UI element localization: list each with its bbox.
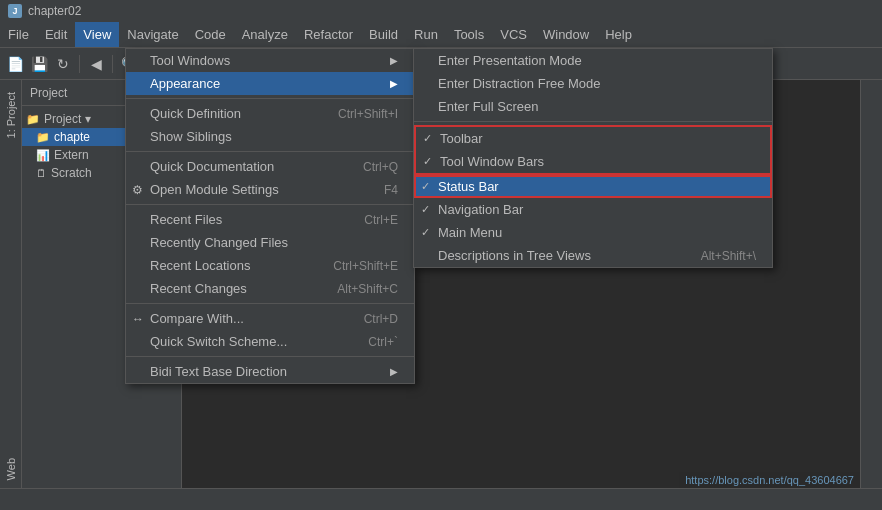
menu-window[interactable]: Window (535, 22, 597, 47)
bidi-text-arrow: ▶ (390, 366, 398, 377)
tree-label-scratch: Scratch (51, 166, 92, 180)
status-bar-check: ✓ (421, 180, 430, 193)
quick-def-shortcut: Ctrl+Shift+I (338, 107, 398, 121)
menu-item-recent-locations[interactable]: Recent Locations Ctrl+Shift+E (126, 254, 414, 277)
recent-changes-label: Recent Changes (150, 281, 247, 296)
tool-windows-label: Tool Windows (150, 53, 230, 68)
menu-item-quick-switch[interactable]: Quick Switch Scheme... Ctrl+` (126, 330, 414, 353)
tree-label-externa: Extern (54, 148, 89, 162)
menu-build[interactable]: Build (361, 22, 406, 47)
toolbar-new[interactable]: 📄 (4, 53, 26, 75)
menu-code[interactable]: Code (187, 22, 234, 47)
appearance-label: Appearance (150, 76, 220, 91)
recent-locations-label: Recent Locations (150, 258, 250, 273)
full-screen-label: Enter Full Screen (438, 99, 538, 114)
menu-item-full-screen[interactable]: Enter Full Screen (414, 95, 772, 118)
status-bar-label: Status Bar (438, 179, 499, 194)
menu-item-status-bar[interactable]: ✓ Status Bar (414, 175, 772, 198)
menu-navigate[interactable]: Navigate (119, 22, 186, 47)
menu-help[interactable]: Help (597, 22, 640, 47)
project-header-label: Project (30, 86, 67, 100)
right-sidebar (860, 80, 882, 488)
recent-files-shortcut: Ctrl+E (364, 213, 398, 227)
appearance-arrow: ▶ (390, 78, 398, 89)
nav-bar-label: Navigation Bar (438, 202, 523, 217)
bidi-text-label: Bidi Text Base Direction (150, 364, 287, 379)
title-bar: J chapter02 (0, 0, 882, 22)
quick-doc-label: Quick Documentation (150, 159, 274, 174)
toolbar-refresh[interactable]: ↻ (52, 53, 74, 75)
menu-run[interactable]: Run (406, 22, 446, 47)
recent-changes-shortcut: Alt+Shift+C (337, 282, 398, 296)
title-text: chapter02 (28, 4, 81, 18)
quick-def-label: Quick Definition (150, 106, 241, 121)
tree-views-shortcut: Alt+Shift+\ (701, 249, 756, 263)
menu-item-recent-files[interactable]: Recent Files Ctrl+E (126, 208, 414, 231)
tree-label-chapter: chapte (54, 130, 90, 144)
main-menu-check: ✓ (421, 226, 430, 239)
app-icon: J (8, 4, 22, 18)
compare-shortcut: Ctrl+D (364, 312, 398, 326)
menu-edit[interactable]: Edit (37, 22, 75, 47)
appearance-submenu: Enter Presentation Mode Enter Distractio… (413, 48, 773, 268)
menu-item-tool-window-bars[interactable]: ✓ Tool Window Bars (416, 150, 770, 173)
menu-item-main-menu[interactable]: ✓ Main Menu (414, 221, 772, 244)
file-icon-scratch: 🗒 (36, 167, 47, 179)
toolbar-group-outline: ✓ Toolbar ✓ Tool Window Bars (414, 125, 772, 175)
menu-item-toolbar[interactable]: ✓ Toolbar (416, 127, 770, 150)
view-menu-sep2 (126, 151, 414, 152)
view-menu-sep1 (126, 98, 414, 99)
toolbar-check: ✓ (423, 132, 432, 145)
sidebar-tab-web[interactable]: Web (2, 450, 20, 488)
main-menu-label: Main Menu (438, 225, 502, 240)
quick-switch-shortcut: Ctrl+` (368, 335, 398, 349)
menu-item-show-siblings[interactable]: Show Siblings (126, 125, 414, 148)
toolbar-back[interactable]: ◀ (85, 53, 107, 75)
menu-item-quick-def[interactable]: Quick Definition Ctrl+Shift+I (126, 102, 414, 125)
menu-vcs[interactable]: VCS (492, 22, 535, 47)
menu-refactor[interactable]: Refactor (296, 22, 361, 47)
toolbar-sep1 (79, 55, 80, 73)
view-menu-sep4 (126, 303, 414, 304)
menu-item-open-module[interactable]: ⚙ Open Module Settings F4 (126, 178, 414, 201)
recently-changed-label: Recently Changed Files (150, 235, 288, 250)
tree-label-project: Project ▾ (44, 112, 91, 126)
editor-url: https://blog.csdn.net/qq_43604667 (679, 472, 860, 488)
compare-with-label: Compare With... (150, 311, 244, 326)
compare-icon: ↔ (132, 312, 144, 326)
open-module-shortcut: F4 (384, 183, 398, 197)
presentation-mode-label: Enter Presentation Mode (438, 53, 582, 68)
sidebar-tab-project[interactable]: 1: Project (2, 84, 20, 146)
tool-windows-arrow: ▶ (390, 55, 398, 66)
menu-item-presentation-mode[interactable]: Enter Presentation Mode (414, 49, 772, 72)
quick-switch-label: Quick Switch Scheme... (150, 334, 287, 349)
view-menu-sep5 (126, 356, 414, 357)
recent-locations-shortcut: Ctrl+Shift+E (333, 259, 398, 273)
folder-icon-project: 📁 (26, 113, 40, 126)
menu-view[interactable]: View (75, 22, 119, 47)
menu-item-tool-windows[interactable]: Tool Windows ▶ (126, 49, 414, 72)
view-menu-sep3 (126, 204, 414, 205)
tool-window-bars-check: ✓ (423, 155, 432, 168)
show-siblings-label: Show Siblings (150, 129, 232, 144)
menu-analyze[interactable]: Analyze (234, 22, 296, 47)
menu-item-compare-with[interactable]: ↔ Compare With... Ctrl+D (126, 307, 414, 330)
menu-tools[interactable]: Tools (446, 22, 492, 47)
left-sidebar: 1: Project Web (0, 80, 22, 488)
menu-item-bidi-text[interactable]: Bidi Text Base Direction ▶ (126, 360, 414, 383)
menu-item-quick-doc[interactable]: Quick Documentation Ctrl+Q (126, 155, 414, 178)
menu-item-recent-changes[interactable]: Recent Changes Alt+Shift+C (126, 277, 414, 300)
toolbar-label: Toolbar (440, 131, 483, 146)
toolbar-save[interactable]: 💾 (28, 53, 50, 75)
menu-item-appearance[interactable]: Appearance ▶ (126, 72, 414, 95)
recent-files-label: Recent Files (150, 212, 222, 227)
menu-item-tree-views[interactable]: Descriptions in Tree Views Alt+Shift+\ (414, 244, 772, 267)
distraction-mode-label: Enter Distraction Free Mode (438, 76, 601, 91)
tree-views-label: Descriptions in Tree Views (438, 248, 591, 263)
appearance-sep1 (414, 121, 772, 122)
menu-item-distraction-mode[interactable]: Enter Distraction Free Mode (414, 72, 772, 95)
menu-file[interactable]: File (0, 22, 37, 47)
menu-item-recently-changed[interactable]: Recently Changed Files (126, 231, 414, 254)
menu-item-nav-bar[interactable]: ✓ Navigation Bar (414, 198, 772, 221)
bottom-bar (0, 488, 882, 510)
